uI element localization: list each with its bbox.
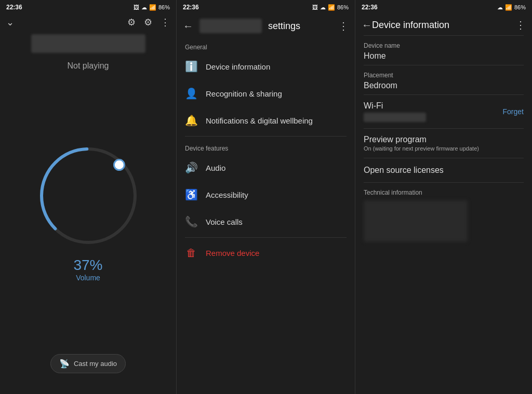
cloud-icon-2: ☁ bbox=[320, 4, 326, 11]
placement-label: Placement bbox=[364, 72, 524, 79]
wifi-icon-2: 📶 bbox=[328, 4, 335, 11]
voice-calls-icon: 📞 bbox=[185, 215, 197, 228]
remove-device-item[interactable]: 🗑 Remove device bbox=[177, 240, 355, 266]
status-bar-1: 22:36 🖼 ☁ 📶 86% bbox=[0, 0, 176, 15]
menu-text-voice-calls: Voice calls bbox=[206, 218, 243, 226]
device-name-section: Device name Home bbox=[355, 36, 532, 65]
battery-1: 86% bbox=[158, 4, 170, 10]
audio-icon: 🔊 bbox=[185, 161, 197, 174]
wifi-icon-3: 📶 bbox=[505, 4, 512, 11]
status-bar-3: 22:36 ☁ 📶 86% bbox=[355, 0, 532, 15]
battery-2: 86% bbox=[337, 4, 349, 10]
wifi-section: Wi-Fi Forget bbox=[355, 95, 532, 128]
accessibility-icon: ♿ bbox=[185, 188, 197, 201]
menu-text-notifications: Notifications & digital wellbeing bbox=[206, 116, 313, 125]
svg-point-1 bbox=[31, 139, 145, 253]
device-info-title: Device information bbox=[372, 20, 515, 31]
svg-point-2 bbox=[112, 157, 126, 172]
wifi-label: Wi-Fi bbox=[364, 101, 426, 111]
menu-divider-1 bbox=[185, 136, 347, 137]
menu-text-recognition: Recognition & sharing bbox=[206, 89, 282, 98]
settings-icon[interactable]: ⚙ bbox=[144, 17, 152, 28]
device-name-blurred bbox=[200, 19, 262, 33]
not-playing-label: Not playing bbox=[0, 61, 176, 71]
technical-info-blurred bbox=[364, 200, 468, 242]
placement-value: Bedroom bbox=[364, 81, 524, 90]
menu-item-audio[interactable]: 🔊 Audio bbox=[177, 154, 355, 181]
status-icons-3: ☁ 📶 86% bbox=[497, 4, 526, 11]
cloud-icon: ☁ bbox=[141, 4, 147, 11]
status-icons-2: 🖼 ☁ 📶 86% bbox=[312, 4, 349, 11]
notifications-icon: 🔔 bbox=[185, 114, 197, 127]
volume-label: Volume bbox=[76, 274, 100, 282]
status-time-3: 22:36 bbox=[362, 4, 378, 11]
photo-icon: 🖼 bbox=[134, 4, 139, 10]
player-toolbar: ⌄ ⚙ ⚙ ⋮ bbox=[0, 15, 176, 30]
device-info-panel: 22:36 ☁ 📶 86% ← Device information ⋮ Dev… bbox=[355, 0, 532, 394]
device-info-toolbar: ← Device information ⋮ bbox=[355, 15, 532, 35]
menu-item-notifications[interactable]: 🔔 Notifications & digital wellbeing bbox=[177, 107, 355, 134]
device-name-label: Device name bbox=[364, 42, 524, 49]
settings-toolbar: ← settings ⋮ bbox=[177, 15, 355, 37]
menu-text-device-info: Device information bbox=[206, 62, 270, 71]
menu-divider-2 bbox=[185, 237, 347, 238]
volume-circle-svg[interactable] bbox=[31, 139, 145, 253]
cast-label: Cast my audio bbox=[74, 360, 117, 368]
menu-item-recognition[interactable]: 👤 Recognition & sharing bbox=[177, 80, 355, 107]
device-features-label: Device features bbox=[177, 139, 355, 154]
remove-icon: 🗑 bbox=[185, 247, 197, 259]
wifi-icon-1: 📶 bbox=[149, 4, 156, 11]
menu-item-accessibility[interactable]: ♿ Accessibility bbox=[177, 181, 355, 208]
photo-icon-2: 🖼 bbox=[312, 4, 318, 10]
open-source-label: Open source licenses bbox=[364, 166, 524, 175]
music-player-panel: 22:36 🖼 ☁ 📶 86% ⌄ ⚙ ⚙ ⋮ Not playing 37% … bbox=[0, 0, 177, 394]
preview-program-section: Preview program On (waiting for next pre… bbox=[355, 129, 532, 158]
forget-button[interactable]: Forget bbox=[503, 107, 524, 116]
settings-menu-panel: 22:36 🖼 ☁ 📶 86% ← settings ⋮ General ℹ️ … bbox=[177, 0, 355, 394]
placement-section: Placement Bedroom bbox=[355, 65, 532, 94]
preview-program-value: On (waiting for next preview firmware up… bbox=[364, 145, 524, 152]
back-button[interactable]: ← bbox=[183, 20, 193, 32]
settings-word: settings bbox=[268, 21, 300, 32]
equalizer-icon[interactable]: ⚙ bbox=[127, 17, 136, 28]
volume-container: 37% Volume bbox=[0, 75, 176, 346]
battery-3: 86% bbox=[514, 4, 526, 10]
menu-text-accessibility: Accessibility bbox=[206, 191, 248, 199]
technical-section: Technical information bbox=[355, 183, 532, 248]
general-section-label: General bbox=[177, 37, 355, 53]
cloud-icon-3: ☁ bbox=[497, 4, 503, 11]
more-icon-1[interactable]: ⋮ bbox=[161, 17, 170, 28]
song-title-blurred bbox=[31, 34, 145, 53]
status-icons-1: 🖼 ☁ 📶 86% bbox=[134, 4, 170, 11]
status-bar-2: 22:36 🖼 ☁ 📶 86% bbox=[177, 0, 355, 15]
more-icon-3[interactable]: ⋮ bbox=[515, 19, 526, 31]
status-time-1: 22:36 bbox=[6, 4, 22, 11]
more-icon-2[interactable]: ⋮ bbox=[338, 20, 349, 32]
open-source-section[interactable]: Open source licenses bbox=[355, 158, 532, 182]
status-time-2: 22:36 bbox=[183, 4, 199, 11]
back-button-3[interactable]: ← bbox=[362, 19, 372, 31]
device-info-icon: ℹ️ bbox=[185, 60, 197, 73]
recognition-icon: 👤 bbox=[185, 87, 197, 100]
technical-label: Technical information bbox=[364, 189, 524, 196]
menu-item-voice-calls[interactable]: 📞 Voice calls bbox=[177, 208, 355, 235]
remove-device-label: Remove device bbox=[206, 249, 259, 257]
preview-program-label: Preview program bbox=[364, 135, 524, 144]
cast-icon: 📡 bbox=[59, 359, 70, 369]
menu-item-device-info[interactable]: ℹ️ Device information bbox=[177, 53, 355, 80]
volume-percent: 37% bbox=[73, 257, 102, 274]
device-name-value: Home bbox=[364, 51, 524, 61]
menu-text-audio: Audio bbox=[206, 164, 225, 172]
expand-icon[interactable]: ⌄ bbox=[6, 17, 14, 28]
wifi-value-blurred bbox=[364, 113, 426, 122]
cast-button[interactable]: 📡 Cast my audio bbox=[50, 354, 126, 373]
